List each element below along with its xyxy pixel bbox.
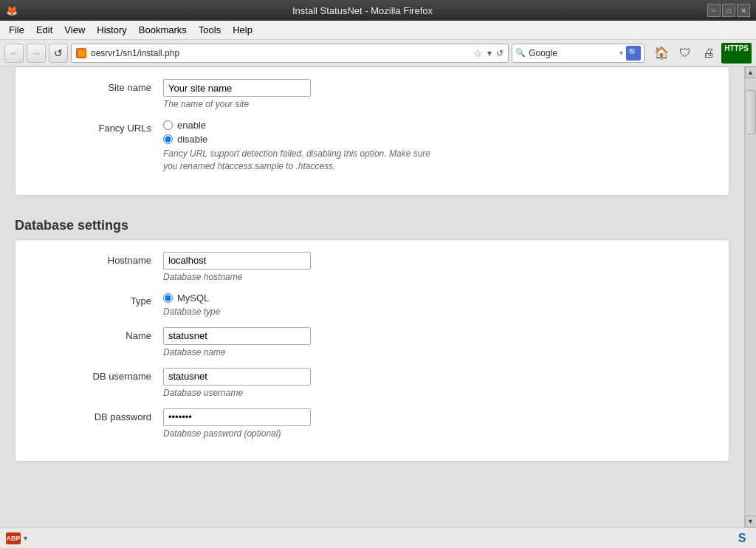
search-engine-icon: 🔍	[515, 48, 526, 58]
close-button[interactable]: ✕	[737, 4, 750, 17]
menu-bar: File Edit View History Bookmarks Tools H…	[0, 21, 756, 40]
adblock-icon[interactable]: ABP	[6, 532, 21, 544]
hostname-input[interactable]	[163, 252, 311, 270]
nav-bar: ← → ↺ 🟧 oesrvr1/sn1/install.php ☆ ▾ ↺ 🔍 …	[0, 40, 756, 66]
type-label: Type	[30, 292, 163, 306]
database-settings-section: Hostname Database hostname Type MySQL	[15, 239, 729, 462]
db-username-label: DB username	[30, 368, 163, 382]
status-bar: ABP ▾ S	[0, 527, 756, 548]
db-name-input[interactable]	[163, 327, 311, 345]
menu-history[interactable]: History	[91, 23, 132, 37]
menu-edit[interactable]: Edit	[30, 23, 58, 37]
adblock-label: ABP	[6, 535, 20, 542]
db-password-row: DB password Database password (optional)	[30, 408, 714, 439]
fancy-disable-row: disable	[163, 134, 714, 145]
db-password-label: DB password	[30, 408, 163, 422]
page-inner: Site name The name of your site Fancy UR…	[0, 66, 744, 491]
mysql-radio[interactable]	[163, 293, 173, 303]
hostname-control: Database hostname	[163, 252, 714, 282]
db-section-title: Database settings	[15, 210, 729, 239]
db-name-row: Name Database name	[30, 327, 714, 357]
hostname-hint: Database hostname	[163, 272, 714, 282]
type-row: Type MySQL Database type	[30, 292, 714, 317]
title-bar-left: 🦊	[6, 5, 18, 16]
fancy-url-note: Fancy URL support detection failed, disa…	[163, 148, 444, 173]
menu-file[interactable]: File	[3, 23, 30, 37]
fancy-disable-label: disable	[177, 134, 207, 145]
shield-icon[interactable]: 🛡	[674, 43, 696, 64]
refresh-button[interactable]: ↺	[49, 44, 68, 63]
scrollbar[interactable]: ▲ ▼	[744, 66, 756, 527]
fancy-enable-row: enable	[163, 120, 714, 131]
type-control: MySQL Database type	[163, 292, 714, 317]
db-username-control: Database username	[163, 368, 714, 398]
browser-content: Site name The name of your site Fancy UR…	[0, 66, 756, 527]
mysql-radio-row: MySQL	[163, 292, 714, 304]
db-name-hint: Database name	[163, 347, 714, 357]
site-name-control: The name of your site	[163, 79, 714, 109]
site-name-hint: The name of your site	[163, 99, 714, 109]
page-favicon: 🟧	[76, 48, 86, 58]
address-bar[interactable]: 🟧 oesrvr1/sn1/install.php ☆ ▾ ↺	[71, 44, 509, 63]
title-bar: 🦊 Install StatusNet - Mozilla Firefox ─ …	[0, 0, 756, 21]
fancy-enable-label: enable	[177, 120, 206, 131]
toolbar-icons: 🏠 🛡 🖨 HTTPS	[650, 43, 752, 64]
fancy-enable-radio[interactable]	[163, 120, 173, 130]
addon-dropdown-icon[interactable]: ▾	[24, 534, 27, 542]
window-title: Install StatusNet - Mozilla Firefox	[18, 5, 707, 16]
address-text: oesrvr1/sn1/install.php	[91, 48, 469, 58]
db-password-control: Database password (optional)	[163, 408, 714, 439]
menu-help[interactable]: Help	[227, 23, 258, 37]
db-username-row: DB username Database username	[30, 368, 714, 398]
scroll-thumb[interactable]	[746, 90, 756, 134]
firefox-icon: 🦊	[6, 5, 18, 16]
db-section-header: Database settings	[15, 210, 729, 239]
restore-button[interactable]: □	[722, 4, 735, 17]
addon-area: ABP ▾	[6, 532, 27, 544]
db-name-control: Database name	[163, 327, 714, 357]
site-name-label: Site name	[30, 79, 163, 93]
db-username-hint: Database username	[163, 388, 714, 398]
page-area: Site name The name of your site Fancy UR…	[0, 66, 744, 527]
back-button[interactable]: ←	[4, 44, 24, 63]
db-username-input[interactable]	[163, 368, 311, 386]
bookmark-star-icon[interactable]: ☆	[473, 47, 483, 59]
site-settings-section: Site name The name of your site Fancy UR…	[15, 66, 729, 196]
print-icon[interactable]: 🖨	[698, 43, 720, 64]
mysql-label: MySQL	[177, 292, 209, 304]
statusnet-icon: S	[734, 530, 750, 547]
minimize-button[interactable]: ─	[707, 4, 721, 17]
menu-view[interactable]: View	[58, 23, 91, 37]
site-name-row: Site name The name of your site	[30, 79, 714, 109]
db-name-label: Name	[30, 327, 163, 341]
menu-bookmarks[interactable]: Bookmarks	[133, 23, 193, 37]
hostname-row: Hostname Database hostname	[30, 252, 714, 282]
menu-tools[interactable]: Tools	[193, 23, 227, 37]
scroll-down-button[interactable]: ▼	[745, 516, 757, 527]
search-input-text: Google	[529, 48, 616, 58]
search-dropdown-icon[interactable]: ▾	[619, 49, 623, 57]
https-badge: HTTPS	[721, 43, 752, 64]
scroll-up-button[interactable]: ▲	[745, 66, 757, 78]
fancy-urls-control: enable disable Fancy URL support detecti…	[163, 120, 714, 173]
type-hint: Database type	[163, 306, 714, 317]
home-icon[interactable]: 🏠	[650, 43, 673, 64]
window-controls[interactable]: ─ □ ✕	[707, 4, 750, 17]
hostname-label: Hostname	[30, 252, 163, 266]
address-arrow-icon[interactable]: ▾	[487, 48, 492, 58]
forward-button[interactable]: →	[27, 44, 46, 63]
db-password-hint: Database password (optional)	[163, 428, 714, 439]
search-button[interactable]: 🔍	[626, 46, 641, 61]
reload-icon[interactable]: ↺	[496, 48, 504, 58]
site-name-input[interactable]	[163, 79, 311, 97]
search-bar[interactable]: 🔍 Google ▾ 🔍	[512, 44, 645, 63]
fancy-urls-row: Fancy URLs enable disable Fancy URL supp…	[30, 120, 714, 173]
fancy-urls-label: Fancy URLs	[30, 120, 163, 134]
db-password-input[interactable]	[163, 408, 311, 426]
fancy-disable-radio[interactable]	[163, 134, 173, 144]
